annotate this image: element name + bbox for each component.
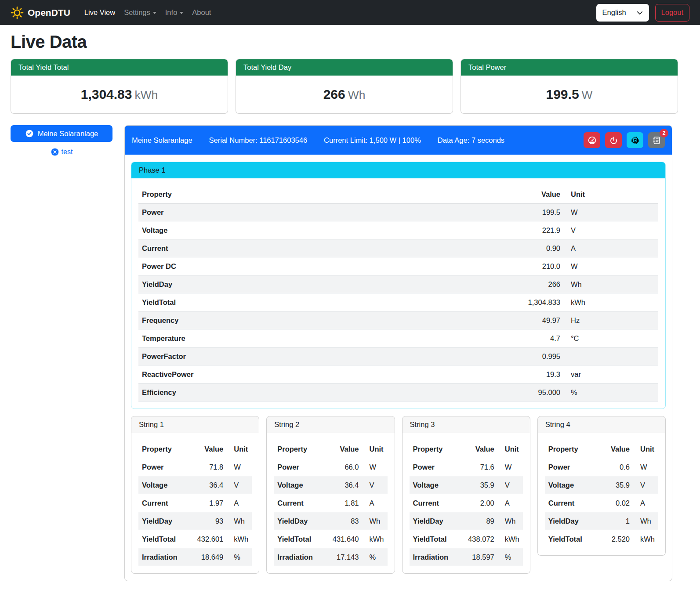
string-card-body: Property Value Unit Power66.0WVoltage36.… (267, 433, 394, 573)
string-title: String 2 (267, 416, 394, 433)
unit-cell: A (227, 494, 252, 512)
inverter-selector-sidebar: Meine Solaranlage test (11, 125, 112, 156)
table-row: Frequency49.97Hz (138, 311, 658, 329)
property-cell: Voltage (138, 476, 186, 494)
sun-icon (11, 6, 24, 19)
event-log-button[interactable]: 2 (648, 132, 665, 148)
chevron-down-icon (180, 12, 183, 14)
property-cell: Power DC (138, 257, 511, 275)
property-cell: ReactivePower (138, 365, 511, 384)
inverter-card-header: Meine Solaranlage Serial Number: 1161716… (125, 126, 672, 155)
unit-cell: Wh (564, 275, 658, 293)
table-row: Irradiation18.649% (138, 548, 252, 566)
property-cell: Irradiation (274, 548, 322, 566)
inverter-toggle-test[interactable]: test (11, 148, 112, 156)
logout-button[interactable]: Logout (655, 4, 689, 22)
property-cell: Temperature (138, 329, 511, 347)
string-card-body: Property Value Unit Power71.6WVoltage35.… (403, 433, 530, 573)
nav-item-settings[interactable]: Settings (120, 5, 161, 20)
inverter-card-body: Phase 1 Property Value Unit Power199.5WV… (125, 155, 672, 581)
unit-cell: A (363, 494, 388, 512)
nav-item-live-view[interactable]: Live View (80, 5, 120, 20)
property-cell: Power (545, 458, 593, 476)
unit-cell: Wh (227, 512, 252, 530)
brand-text: OpenDTU (28, 7, 70, 18)
property-cell: Current (545, 494, 593, 512)
nav-item-info[interactable]: Info (161, 5, 188, 20)
property-cell: Frequency (138, 311, 511, 329)
table-header-row: Property Value Unit (138, 440, 252, 458)
limit-settings-button[interactable] (584, 132, 600, 148)
property-cell: YieldDay (138, 512, 186, 530)
card-value: 1,304.83 (81, 87, 132, 101)
phase-card-body: Property Value Unit Power199.5WVoltage22… (131, 178, 665, 409)
column-header-unit: Unit (498, 440, 523, 458)
value-cell: 438.072 (457, 530, 498, 548)
chevron-down-icon (637, 10, 643, 16)
current-limit: Current Limit: 1,500 W | 100% (324, 136, 421, 145)
table-header-row: Property Value Unit (545, 440, 658, 458)
nav-item-about[interactable]: About (188, 5, 215, 20)
property-cell: YieldDay (545, 512, 593, 530)
property-cell: YieldDay (410, 512, 457, 530)
string-4-table: Property Value Unit Power0.6WVoltage35.9… (545, 440, 658, 548)
inverter-select-button[interactable]: Meine Solaranlage (11, 125, 112, 142)
value-cell: 18.649 (186, 548, 227, 566)
card-unit: Wh (348, 88, 366, 101)
journal-text-icon (652, 136, 661, 145)
unit-cell: W (633, 458, 658, 476)
serial-number: Serial Number: 116171603546 (209, 136, 308, 145)
test-inverter-label: test (62, 148, 73, 156)
string-2-table: Property Value Unit Power66.0WVoltage36.… (274, 440, 387, 566)
inverter-select-label: Meine Solaranlage (38, 130, 98, 138)
value-cell: 36.4 (322, 476, 363, 494)
table-row: Voltage36.4V (138, 476, 252, 494)
unit-cell: V (564, 221, 658, 239)
power-icon (609, 136, 618, 145)
column-header-value: Value (593, 440, 633, 458)
x-circle-icon (51, 148, 59, 156)
card-unit: kWh (134, 88, 158, 101)
property-cell: Power (274, 458, 322, 476)
unit-cell: Wh (363, 512, 388, 530)
value-cell: 66.0 (322, 458, 363, 476)
table-row: Power0.6W (545, 458, 658, 476)
unit-cell: % (363, 548, 388, 566)
value-cell: 0.6 (593, 458, 633, 476)
value-cell: 1 (593, 512, 633, 530)
column-header-value: Value (457, 440, 498, 458)
property-cell: YieldTotal (138, 530, 186, 548)
table-row: Power71.8W (138, 458, 252, 476)
unit-cell: A (633, 494, 658, 512)
unit-cell: V (633, 476, 658, 494)
brand[interactable]: OpenDTU (11, 6, 70, 19)
value-cell: 2.520 (593, 530, 633, 548)
unit-cell: V (227, 476, 252, 494)
total-yield-day-card: Total Yield Day 266Wh (236, 59, 453, 114)
column-header-value: Value (186, 440, 227, 458)
unit-cell: Wh (498, 512, 523, 530)
table-row: YieldTotal2.520kWh (545, 530, 658, 548)
string-3-card: String 3 Property Value Unit (402, 416, 530, 574)
value-cell: 266 (511, 275, 564, 293)
table-row: Efficiency95.000% (138, 384, 658, 402)
unit-cell: V (363, 476, 388, 494)
language-select-value: English (602, 8, 626, 17)
property-cell: YieldTotal (545, 530, 593, 548)
value-cell: 89 (457, 512, 498, 530)
string-card-body: Property Value Unit Power71.8WVoltage36.… (131, 433, 259, 573)
unit-cell: kWh (227, 530, 252, 548)
language-select[interactable]: English (596, 4, 649, 22)
phase-title: Phase 1 (131, 162, 665, 178)
property-cell: Power (410, 458, 457, 476)
check-circle-icon (25, 129, 34, 138)
table-header-row: Property Value Unit (138, 185, 658, 203)
value-cell: 1.81 (322, 494, 363, 512)
card-value: 199.5 (546, 87, 579, 101)
string-2-card: String 2 Property Value Unit (266, 416, 395, 574)
power-toggle-button[interactable] (605, 132, 622, 148)
card-title: Total Yield Day (236, 59, 453, 76)
inverter-info-button[interactable] (627, 132, 643, 148)
column-header-unit: Unit (564, 185, 658, 203)
table-row: Power71.6W (410, 458, 523, 476)
